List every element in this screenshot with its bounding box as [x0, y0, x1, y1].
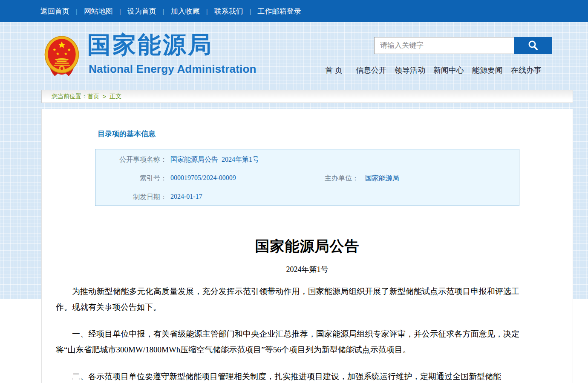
topbar-separator: | — [119, 8, 121, 15]
site-title-en: National Energy Administration — [89, 63, 257, 75]
content-panel: 目录项的基本信息 公开事项名称： 国家能源局公告 2024年第1号 索引号： 0… — [41, 109, 573, 383]
catalog-org-value: 国家能源局 — [365, 174, 399, 183]
article-issue-number: 2024年第1号 — [42, 264, 573, 274]
topbar-link-sitemap[interactable]: 网站地图 — [84, 6, 113, 16]
nav-leadership[interactable]: 领导活动 — [395, 65, 425, 75]
catalog-name-label: 公开事项名称： — [95, 155, 167, 164]
breadcrumb-current: 正文 — [110, 93, 121, 100]
nav-news-center[interactable]: 新闻中心 — [433, 65, 464, 75]
breadcrumb-separator: > — [103, 93, 106, 100]
breadcrumb-label: 您当前位置： — [52, 93, 87, 100]
nav-info-disclosure[interactable]: 信息公开 — [356, 65, 386, 75]
topbar-link-mail-login[interactable]: 工作邮箱登录 — [258, 6, 301, 16]
catalog-section-title: 目录项的基本信息 — [98, 129, 156, 139]
catalog-index-value: 000019705/2024-00009 — [170, 174, 236, 182]
article-title: 国家能源局公告 — [42, 237, 573, 256]
site-header: 国家能源局 National Energy Administration 首 页… — [0, 22, 588, 84]
breadcrumb-home-link[interactable]: 首页 — [87, 93, 99, 100]
article-paragraph: 为推动新型储能多元化高质量发展，充分发挥示范引领带动作用，国家能源局组织开展了新… — [56, 283, 519, 315]
topbar-separator: | — [76, 8, 78, 15]
article-body: 为推动新型储能多元化高质量发展，充分发挥示范引领带动作用，国家能源局组织开展了新… — [56, 283, 519, 383]
catalog-date-value: 2024-01-17 — [170, 193, 202, 200]
site-title-cn: 国家能源局 — [87, 33, 213, 57]
nav-energy-news[interactable]: 能源要闻 — [472, 65, 503, 75]
topbar-separator: | — [163, 8, 164, 15]
nav-online-service[interactable]: 在线办事 — [511, 65, 542, 75]
topbar-separator: | — [206, 8, 208, 15]
search-icon — [527, 40, 539, 51]
topbar-separator: | — [250, 8, 251, 15]
catalog-org-label: 主办单位： — [296, 174, 359, 183]
catalog-date-label: 制发日期： — [95, 193, 167, 202]
search-button[interactable] — [514, 37, 552, 54]
search-box — [374, 37, 552, 54]
topbar-link-contact[interactable]: 联系我们 — [214, 6, 243, 16]
breadcrumb: 您当前位置： 首页 > 正文 — [41, 90, 573, 103]
topbar-link-home[interactable]: 返回首页 — [40, 6, 69, 16]
article-paragraph: 二、各示范项目单位要遵守新型储能项目管理相关制度，扎实推进项目建设，加强系统运行… — [56, 369, 519, 383]
national-emblem-logo — [43, 35, 80, 81]
page: 返回首页 | 网站地图 | 设为首页 | 加入收藏 | 联系我们 | 工作邮箱登… — [0, 0, 588, 383]
main-nav: 首 页 信息公开 领导活动 新闻中心 能源要闻 在线办事 — [325, 65, 542, 75]
topbar: 返回首页 | 网站地图 | 设为首页 | 加入收藏 | 联系我们 | 工作邮箱登… — [0, 0, 588, 22]
search-input[interactable] — [374, 37, 514, 54]
article-paragraph: 一、经项目单位申报，有关省级能源主管部门和中央企业汇总推荐，国家能源局组织专家评… — [56, 326, 519, 357]
topbar-link-set-homepage[interactable]: 设为首页 — [127, 6, 156, 16]
catalog-info-table: 公开事项名称： 国家能源局公告 2024年第1号 索引号： 000019705/… — [95, 149, 519, 206]
catalog-name-value: 国家能源局公告 2024年第1号 — [170, 155, 259, 164]
catalog-index-label: 索引号： — [95, 174, 167, 183]
nav-home[interactable]: 首 页 — [325, 65, 343, 75]
topbar-link-favorites[interactable]: 加入收藏 — [171, 6, 200, 16]
